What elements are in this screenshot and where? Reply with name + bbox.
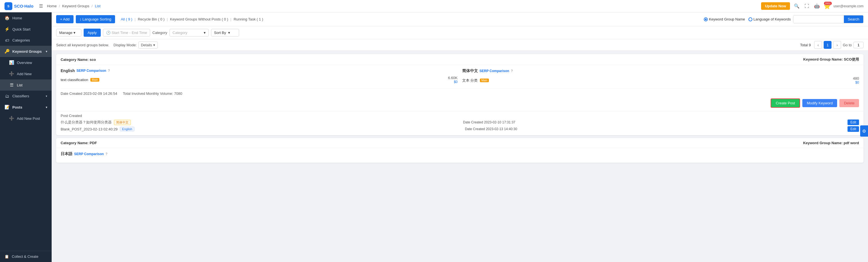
category-select[interactable]: Category ▾ [169,29,209,36]
next-page-button[interactable]: › [833,41,841,49]
sidebar-collect-create[interactable]: 📋 Collect & Create [0,251,52,262]
sort-by-label: Sort By [214,31,226,35]
sidebar-item-categories[interactable]: 🏷 Categories [0,35,52,46]
sidebar-item-list[interactable]: ☰ List [0,79,52,91]
chevron-posts-icon: ▾ [46,106,47,109]
kw-text-cn-1: 文本 分类 [462,78,478,83]
prev-page-button[interactable]: ‹ [814,41,822,49]
kw-text-english-1: text classification [61,78,88,82]
sidebar-item-home[interactable]: 🏠 Home [0,12,52,24]
japanese-help-icon[interactable]: ? [105,152,107,156]
nav-keyword-groups[interactable]: Keyword Groups [62,4,90,8]
sidebar-label-quick-start: Quick Start [12,27,30,31]
search-input-wrap: Search [793,15,864,23]
create-post-button[interactable]: Create Post [771,98,800,108]
sidebar-item-add-new[interactable]: ➕ Add New [0,68,52,79]
home-icon: 🏠 [4,15,9,21]
kw-price-cn-1: $0 [853,80,859,85]
search-icon-button[interactable]: 🔍 [793,2,801,10]
filter-tab-recycle[interactable]: Recycle Bin ( 0 ) [137,17,165,22]
start-time-input[interactable]: 🕐 Start Time - End Time [103,29,150,36]
kw-col-japanese-header: 日本語 SERP Comparison ? [61,152,859,157]
english-serp-link[interactable]: SERP Comparison [76,69,106,73]
sidebar-item-quick-start[interactable]: ⚡ Quick Start [0,24,52,35]
pagination-row: Select all keyword groups below. Display… [52,39,868,51]
card-1-category: Category Name: sco [61,58,96,62]
badge-count: 2831 [824,2,832,5]
category-placeholder: Category [173,31,203,35]
post-2-edit-button[interactable]: Edit [847,126,859,132]
sort-chevron-icon: ▾ [228,31,230,35]
hamburger-icon[interactable]: ☰ [39,3,43,9]
manage-chevron-icon: ▾ [73,31,75,35]
manage-select[interactable]: Manage ▾ [56,29,82,36]
user-email: user@example.com [834,4,864,8]
list-icon: ☰ [9,83,14,88]
nav-current: List [95,4,100,8]
card-2-category-value: PDF [90,141,97,145]
sidebar-item-posts[interactable]: 📝 Posts ▾ [0,102,52,113]
float-settings-button[interactable]: ⚙ [860,125,868,137]
page-1-button[interactable]: 1 [824,41,832,49]
delete-button[interactable]: Delete [839,99,859,107]
language-sorting-button[interactable]: ↕ Language Sorting [76,15,115,23]
cn-help-icon[interactable]: ? [511,69,513,73]
add-button[interactable]: + Add [56,15,73,23]
nav-sep2: / [92,4,93,8]
topbar-right: Update Now 🔍 ⛶ 🤖 ⭐ 2831 user@example.com [761,2,864,10]
card-2-category-label: Category Name: [61,141,89,145]
keyword-columns: English SERP Comparison ? text classific… [61,68,859,86]
nav-sep1: / [59,4,60,8]
fullscreen-icon-button[interactable]: ⛶ [803,2,810,10]
sidebar-item-classifiers[interactable]: 🗂 Classifiers ▾ [0,91,52,102]
add-new-post-icon: ➕ [9,116,14,121]
kw-col-english: English SERP Comparison ? text classific… [61,68,462,86]
monthly-volume: Total Involved Monthly Volume: 7080 [123,92,182,96]
display-mode: Display Mode: Details ▾ [114,41,158,48]
sidebar-item-overview[interactable]: 📊 Overview [0,57,52,68]
radio-keyword-group-name[interactable]: Keyword Group Name [704,17,745,21]
radio-language-keywords[interactable]: Language of Keywords [748,17,791,21]
card-2-kw-name: Keyword Group Name: pdf word [803,141,859,145]
add-new-icon: ➕ [9,71,14,76]
cards-area: Category Name: sco Keyword Group Name: S… [52,51,868,166]
radio-label-language-keywords: Language of Keywords [753,17,791,21]
apply-button[interactable]: Apply [84,29,101,37]
toolbar: + Add ↕ Language Sorting All ( 9 ) | Rec… [52,12,868,26]
sidebar-item-add-new-post[interactable]: ➕ Add New Post [0,113,52,124]
search-button[interactable]: Search [844,15,863,23]
topbar: S SCO·Halo ☰ Home / Keyword Groups / Lis… [0,0,868,12]
filter-tab-without-posts[interactable]: Keyword Groups Without Posts ( 0 ) [169,17,229,22]
kw-price-english-1: $0 [448,80,458,84]
sidebar-item-keyword-groups[interactable]: 🔑 Keyword Groups ▾ [0,46,52,57]
sort-by-select[interactable]: Sort By ▾ [211,29,239,36]
post-1-edit-button[interactable]: Edit [847,120,859,125]
end-time-placeholder: End Time [132,31,147,35]
english-help-icon[interactable]: ? [108,69,110,73]
filter-tab-all[interactable]: All ( 9 ) [120,17,133,22]
kw-col-japanese: 日本語 SERP Comparison ? [61,152,859,159]
keyword-group-card-1: Category Name: sco Keyword Group Name: S… [56,54,864,135]
main-content: + Add ↕ Language Sorting All ( 9 ) | Rec… [52,12,868,262]
ai-icon-button[interactable]: 🤖 [813,2,821,10]
search-input[interactable] [793,15,844,23]
notifications-button[interactable]: ⭐ 2831 [824,3,831,9]
mode-select[interactable]: Details ▾ [138,41,158,48]
english-lang-label: English [61,68,75,73]
date-created-label: Date Created 2023-02-09 14:26:54 [61,92,117,96]
post-item-2: Blank_POST_2023-02-13 02:40:29 English D… [61,126,859,132]
card-1-kw-name: Keyword Group Name: SCO使用 [803,57,859,62]
card-2-header: Category Name: PDF Keyword Group Name: p… [56,138,864,148]
breadcrumb: ☰ Home / Keyword Groups / List [39,3,100,9]
category-value: sco [90,58,96,62]
modify-keyword-button[interactable]: Modify Keyword [802,99,837,107]
sidebar-label-overview: Overview [17,61,32,65]
sidebar-label-categories: Categories [12,38,30,42]
nav-home[interactable]: Home [47,4,57,8]
filter-tab-running[interactable]: Running Task ( 1 ) [232,17,264,22]
update-now-button[interactable]: Update Now [761,2,790,10]
goto-input[interactable] [854,42,864,48]
mode-value: Details [141,43,152,47]
japanese-serp-link[interactable]: SERP Comparison [74,152,104,156]
cn-serp-link[interactable]: SERP Comparison [479,69,509,73]
